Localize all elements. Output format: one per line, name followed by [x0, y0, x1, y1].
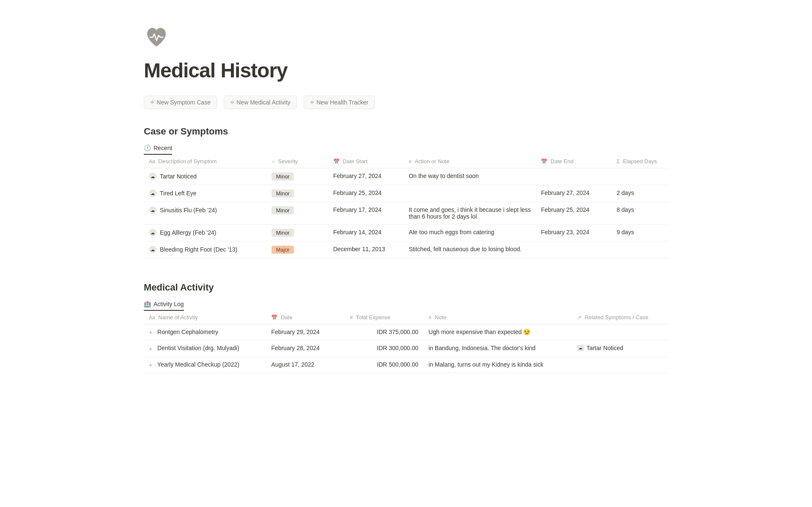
col-header-datestart: 📅 Date Start [328, 155, 404, 168]
activity-related-cell: ☁ Tartar Noticed [572, 340, 668, 356]
activity-section: Medical Activity 🏥 Activity Log Aa Name … [144, 282, 668, 373]
symptoms-table-row[interactable]: ☁ Sinusitis Flu (Feb '24) Minor February… [144, 202, 668, 225]
activity-note-text: Ugh more expensive than expected 😒 [428, 329, 530, 335]
lines-icon-action: ≡ [409, 159, 411, 164]
col-header-related: ↗ Related Symptoms / Case [572, 311, 668, 324]
aa-icon-description: Aa [149, 159, 155, 164]
symptom-description-text: Bleeding Right Foot (Dec '13) [160, 246, 237, 253]
activity-name-cell: + Dentist Visitation (drg. Mulyadi) [144, 340, 266, 356]
activity-name-cell: + Rontgen Cephalometry [144, 324, 266, 340]
new-symptom-label: New Symptom Case [156, 99, 211, 106]
activity-date-cell: February 28, 2024 [266, 340, 345, 356]
related-text: Tartar Noticed [587, 345, 623, 351]
symptom-severity-cell: Minor [266, 202, 328, 225]
symptoms-tab-recent[interactable]: 🕐 Recent [144, 142, 172, 155]
symptom-elapsed-cell [612, 168, 668, 185]
symptom-action-cell [403, 185, 536, 202]
symptom-note-text: It come and goes, i think it because i s… [409, 206, 531, 220]
symptom-action-cell: Stitched, felt nauseous due to losing bl… [403, 241, 536, 258]
page-logo [144, 25, 668, 59]
symptom-description-text: Tartar Noticed [160, 173, 197, 180]
activity-table-row[interactable]: + Rontgen Cephalometry February 29, 2024… [144, 324, 668, 340]
lines-icon-note: ≡ [428, 315, 431, 321]
action-buttons-row: + New Symptom Case + New Medical Activit… [144, 96, 668, 109]
symptom-note-text: Ate too much eggs from catering [409, 229, 494, 236]
col-header-expense: # Total Expense [345, 311, 423, 324]
activity-date-cell: February 29, 2024 [266, 324, 345, 340]
symptom-datestart-cell: February 14, 2024 [328, 225, 404, 241]
symptoms-tab-label: Recent [154, 145, 172, 151]
col-header-actdate: 📅 Date [266, 311, 345, 324]
new-activity-label: New Medical Activity [236, 99, 291, 106]
symptoms-table: Aa Description of Symptom ○ Severity 📅 D… [144, 155, 668, 258]
activity-plus-icon: + [149, 329, 152, 336]
symptom-action-cell: On the way to dentist soon [403, 168, 536, 185]
symptom-action-cell: It come and goes, i think it because i s… [403, 202, 536, 225]
activity-name-text: Yearly Medical Checkup (2022) [157, 361, 239, 368]
activity-note-cell: in Malang, turns out my Kidney is kinda … [423, 356, 572, 373]
calendar-icon-actdate: 📅 [271, 315, 277, 321]
activity-name-cell: + Yearly Medical Checkup (2022) [144, 356, 266, 373]
symptoms-table-row[interactable]: ☁ Tired Left Eye Minor February 25, 2024… [144, 185, 668, 202]
activity-date-cell: August 17, 2022 [266, 356, 345, 373]
clock-icon: 🕐 [144, 145, 151, 151]
symptom-description-text: Egg Alllergy (Feb '24) [160, 229, 216, 236]
symptom-datestart-cell: February 25, 2024 [328, 185, 404, 202]
related-row-icon: ☁ [577, 345, 584, 351]
symptom-description-cell: ☁ Tired Left Eye [144, 185, 266, 202]
symptom-datestart-cell: February 27, 2024 [328, 168, 404, 185]
col-header-description: Aa Description of Symptom [144, 155, 266, 168]
activity-plus-icon: + [149, 345, 152, 352]
symptoms-section-title: Case or Symptoms [144, 126, 668, 137]
plus-icon-activity: + [230, 99, 234, 106]
symptom-description-cell: ☁ Egg Alllergy (Feb '24) [144, 225, 266, 241]
hash-icon-expense: # [350, 315, 353, 321]
col-header-elapsed: Σ Elapsed Days [612, 155, 668, 168]
calendar-icon-dateend: 📅 [541, 159, 547, 164]
calendar-icon-datestart: 📅 [333, 159, 340, 164]
symptom-severity-cell: Minor [266, 168, 328, 185]
symptom-note-text: On the way to dentist soon [409, 173, 479, 179]
new-symptom-button[interactable]: + New Symptom Case [144, 96, 217, 109]
col-header-severity: ○ Severity [266, 155, 328, 168]
symptom-row-icon: ☁ [149, 173, 156, 180]
activity-table: Aa Name of Activity 📅 Date # Total Expen… [144, 311, 668, 373]
activity-expense-cell: IDR 375,000.00 [345, 324, 423, 340]
activity-table-row[interactable]: + Dentist Visitation (drg. Mulyadi) Febr… [144, 340, 668, 356]
new-tracker-label: New Health Tracker [316, 99, 368, 106]
plus-icon-symptom: + [150, 99, 154, 106]
symptom-description-cell: ☁ Sinusitis Flu (Feb '24) [144, 202, 266, 225]
activity-name-text: Dentist Visitation (drg. Mulyadi) [157, 345, 239, 351]
symptom-dateend-cell [536, 168, 612, 185]
severity-badge: Major [272, 246, 294, 254]
symptom-description-cell: ☁ Bleeding Right Foot (Dec '13) [144, 241, 266, 258]
col-header-action: ≡ Action or Note [403, 155, 536, 168]
symptom-row-icon: ☁ [149, 189, 156, 197]
symptom-row-icon: ☁ [149, 229, 156, 236]
arrow-icon-related: ↗ [577, 315, 582, 321]
activity-note-cell: in Bandung, Indonesia. The doctor's kind [423, 340, 572, 356]
activity-expense-cell: IDR 300,000.00 [345, 340, 423, 356]
severity-badge: Minor [272, 189, 294, 197]
aa-icon-actname: Aa [149, 315, 155, 321]
activity-tab-label: Activity Log [154, 301, 184, 307]
symptom-description-cell: ☁ Tartar Noticed [144, 168, 266, 185]
circle-icon-severity: ○ [272, 159, 274, 164]
symptoms-table-header: Aa Description of Symptom ○ Severity 📅 D… [144, 155, 668, 168]
symptom-dateend-cell: February 25, 2024 [536, 202, 612, 225]
new-activity-button[interactable]: + New Medical Activity [224, 96, 297, 109]
col-header-dateend: 📅 Date End [536, 155, 612, 168]
sigma-icon-elapsed: Σ [617, 159, 620, 164]
activity-tab-log[interactable]: 🏥 Activity Log [144, 298, 184, 311]
activity-table-row[interactable]: + Yearly Medical Checkup (2022) August 1… [144, 356, 668, 373]
symptom-datestart-cell: February 17, 2024 [328, 202, 404, 225]
activity-table-header: Aa Name of Activity 📅 Date # Total Expen… [144, 311, 668, 324]
symptoms-table-row[interactable]: ☁ Bleeding Right Foot (Dec '13) Major De… [144, 241, 668, 258]
new-tracker-button[interactable]: + New Health Tracker [304, 96, 375, 109]
symptoms-table-row[interactable]: ☁ Tartar Noticed Minor February 27, 2024… [144, 168, 668, 185]
related-badge: ☁ Tartar Noticed [577, 345, 663, 351]
symptom-severity-cell: Major [266, 241, 328, 258]
symptom-description-text: Sinusitis Flu (Feb '24) [160, 207, 217, 214]
symptoms-table-row[interactable]: ☁ Egg Alllergy (Feb '24) Minor February … [144, 225, 668, 241]
page-title: Medical History [144, 59, 668, 82]
